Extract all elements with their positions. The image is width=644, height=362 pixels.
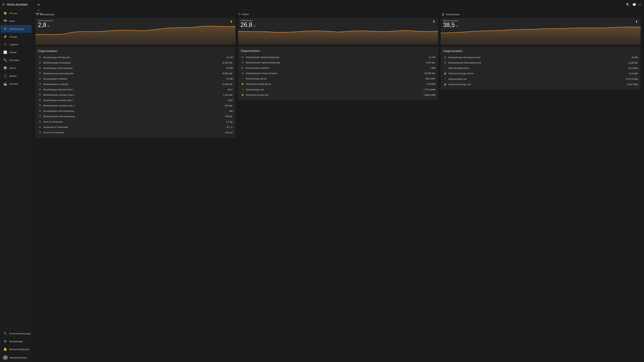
sidebar-item-label: Karte [10,20,15,22]
sidebar-item-terminal[interactable]: 💻Terminal [1,80,32,88]
section-header-waermepumpe: ❄Wärmepumpe [36,13,236,16]
diag-row: 🌡 Temperatur im Verdampfer -0,1 °C [38,124,233,130]
energie-icon: ⚡ [3,35,7,38]
sidebar-bottom-nav: 🔨Entwicklerwerkzeuge⚙Einstellungen🔔Benac… [0,330,32,353]
sidebar-item-label: Logbuch [10,43,18,46]
edit-icon[interactable]: ✏ [639,3,641,6]
diag-row: 👁 Einschaltungen Sekundärquelle 37.058 [38,65,233,71]
thermometer-icon-waermepumpe: 🌡 [230,19,233,23]
chart-unit-heizen: °C [253,25,256,27]
diag-row-value: 47.229 [226,56,233,59]
thermo-icon: 🌡 [38,126,42,129]
diag-row: ⚡ Elektrische Energie Woche 32,4 kWh [444,71,638,76]
waermepumpe-header-label: Wärmepumpe [40,13,54,16]
diag-row: 👁 Einschaltungen Heizkreis 1.980 [241,65,435,71]
chat-icon[interactable]: 💬 [632,3,636,6]
diag-row: ⏱ Druck im Kondensator 20,6 bar [38,130,233,135]
einstellungen-icon: ⚙ [3,340,7,343]
sidebar-item-file-editor[interactable]: 🔧File editor [1,56,32,64]
diag-row-label: Einschaltungen Warmwasserventil [448,56,630,59]
sidebar-item-benachrichtigungen[interactable]: 🔔Benachrichtigungen [1,346,32,353]
diag-row: ⏱ Betriebsstunden Pumpe Heizkreis 55.950… [241,71,435,76]
sidebar-item-medien[interactable]: 🎵Medien [1,72,32,80]
diag-row-value: 1.685,6 kWh [424,94,435,96]
diag-row: ⚡ Elektrische Energie Woche 75,8 kWh [241,81,435,87]
sidebar-item-verlauf[interactable]: 📈Verlauf [1,48,32,56]
column-heizen: ≡Heizen Pufferspeicher 26,8 °C 🌡 Diagnos… [238,13,438,359]
sidebar-item-logbuch[interactable]: ≡Logbuch [1,41,32,48]
sidebar-user[interactable]: MT Manfred Tremmel [0,353,32,362]
sidebar-item-waermepumpe[interactable]: ❄Wärmepumpe [1,25,32,33]
clock-icon: ⏱ [38,104,42,107]
entwicklerwerkzeuge-icon: 🔨 [3,332,7,335]
avatar: MT [3,355,8,360]
thermometer-icon-heizen: 🌡 [432,19,436,23]
column-waermepumpe: ❄Wärmepumpe Außentemperatur 2,8 °C 🌡 Dia… [36,13,236,359]
eye-icon: 👁 [38,88,42,91]
diag-row: 👁 Einschaltungen Verdichter 27.206 [38,76,233,82]
diag-row-label: Temperatur im Verdampfer [43,126,224,128]
diag-row-value: 55.950 Std. [425,72,435,75]
diag-row-value: 12.553 Std. [222,62,233,64]
diag-row-label: Betriebsstunden Primärquelle [43,62,220,64]
diag-row-value: 25.346 [632,56,638,59]
content-area: ❄Wärmepumpe Außentemperatur 2,8 °C 🌡 Dia… [32,9,644,362]
topbar: ℹ⊞✔ 🔍 💬 ✏ [32,0,644,9]
sidebar-item-entwicklerwerkzeuge[interactable]: 🔨Entwicklerwerkzeuge [1,330,32,337]
heizen-header-label: Heizen [242,13,249,15]
sidebar-item-label: PV-Live [10,12,17,14]
sidebar-item-energie[interactable]: ⚡Energie [1,33,32,40]
verlauf-icon: 📈 [3,50,7,54]
check-tab[interactable]: ✔ [35,7,42,13]
section-header-heizen: ≡Heizen [238,13,438,16]
diag-row-value: 10.652 Std. [222,72,233,75]
sidebar-item-label: Wärmepumpe [10,28,24,30]
sidebar-item-pv-live[interactable]: ☀️PV-Live [1,9,32,17]
clock-icon: ⏱ [38,120,42,123]
diag-row-value: 7.772,2 kWh [424,88,435,91]
diag-row-label: Einschaltungen Heizstab Stufe 2 [43,99,226,102]
info-tab[interactable]: ℹ [35,0,42,2]
sidebar-item-karte[interactable]: 🗺Karte [1,17,32,25]
username: Manfred Tremmel [10,357,27,359]
diag-row: ⏱ Betriebsstunden Heizstab Stufe 2 616 S… [38,103,233,108]
diag-row-value: 32,4 kWh [629,72,638,75]
diag-row: ⏱ Betriebsstunden Verdichter 12.660 Std. [38,82,233,87]
chart-card-warmwasser: Warmwassertank 38,5 °C 🌡 [441,18,641,45]
diag-row-value: 75,8 kWh [426,83,435,85]
clock-icon: ⏱ [38,61,42,64]
diag-row-label: Elektrische Energie Jahr [246,94,422,96]
sidebar-item-hacs[interactable]: 📦HACS [1,64,32,72]
diag-row-label: Einschaltungen Sekundärquelle [43,67,225,69]
diag-row-label: Wärmeenergie Jahr [246,88,422,91]
diag-row-value: 616 Std. [225,105,233,107]
sidebar-item-label: Medien [10,75,17,77]
sidebar-item-einstellungen[interactable]: ⚙Einstellungen [1,338,32,345]
diag-row-label: Druck im Verdampfer [43,121,224,123]
heizen-header-icon: ≡ [239,13,240,16]
app-title: Home Assistant [7,3,28,6]
diag-row-value: 5.226 Std. [628,62,638,64]
diag-row-value: 1.980 [430,67,435,69]
diag-row-value: 20,6 bar [225,131,233,134]
eye-icon: 👁 [38,67,42,69]
diag-row: 〰 Wärmeenergie Jahr 7.772,2 kWh [241,87,435,92]
diag-row: 〰 Wärmeenergie Woche 115,4 kWh [444,65,638,71]
diag-row-value: 360 [229,110,233,112]
eye-icon: 👁 [38,110,42,112]
flame-icon: 〰 [444,67,447,69]
search-icon[interactable]: 🔍 [626,3,630,6]
diag-row: 👁 Einschaltungen Speicherladepumpe 11.22… [241,55,435,60]
hamburger-icon[interactable]: ☰ [2,3,5,6]
sidebar-item-label: HACS [10,67,16,69]
sidebar-item-label: Terminal [10,83,18,85]
diag-row-label: Wärmeenergie Woche [246,78,424,80]
diag-row: ⚡ Elektrische Energie Jahr 1.494,7 kWh [444,82,638,87]
thermometer-icon-warmwasser: 🌡 [635,19,638,23]
main-content: ℹ⊞✔ 🔍 💬 ✏ ❄Wärmepumpe Außentemperatur 2,… [32,0,644,362]
dashboard-tab[interactable]: ⊞ [35,2,42,7]
medien-icon: 🎵 [3,74,7,78]
bolt-icon: ⚡ [241,83,244,86]
diag-row-value: 115,4 kWh [628,67,638,69]
diag-title-waermepumpe: Diagnosedaten [38,49,233,53]
